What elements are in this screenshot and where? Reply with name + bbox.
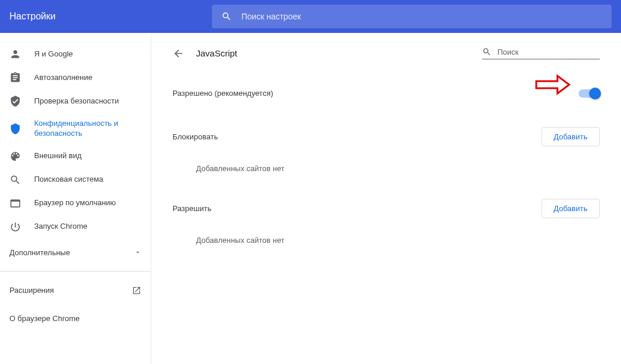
sidebar-item-label: Я и Google	[34, 49, 73, 59]
page-search-input[interactable]	[497, 48, 600, 56]
external-link-icon	[132, 286, 141, 295]
search-icon	[9, 174, 21, 186]
about-label: О браузере Chrome	[9, 314, 79, 323]
page-header: JavaScript	[172, 47, 600, 59]
settings-search-box[interactable]	[212, 5, 612, 28]
divider	[0, 271, 151, 272]
sidebar-item-label: Конфиденциальность и безопасность	[34, 119, 141, 139]
advanced-toggle[interactable]: Дополнительные	[0, 239, 151, 266]
page-search-box[interactable]	[482, 47, 600, 59]
sidebar-item-label: Автозаполнение	[34, 73, 92, 83]
sidebar-item-label: Внешний вид	[34, 151, 82, 161]
extensions-link[interactable]: Расширения	[0, 276, 151, 305]
allowed-label: Разрешено (рекомендуется)	[172, 89, 273, 98]
page-title: JavaScript	[196, 48, 482, 58]
shield-check-icon	[9, 95, 21, 107]
toggle-knob	[589, 88, 601, 99]
block-section: Блокировать Добавить Добавленных сайтов …	[172, 127, 600, 181]
sidebar-item-startup[interactable]: Запуск Chrome	[0, 215, 151, 239]
person-icon	[9, 48, 21, 60]
settings-title: Настройки	[9, 11, 212, 22]
sidebar-item-appearance[interactable]: Внешний вид	[0, 145, 151, 168]
search-icon	[482, 47, 492, 56]
sidebar-item-label: Проверка безопасности	[34, 96, 119, 106]
about-chrome-link[interactable]: О браузере Chrome	[0, 305, 151, 332]
shield-icon	[9, 123, 21, 135]
back-button[interactable]	[172, 48, 184, 59]
block-add-button[interactable]: Добавить	[542, 127, 600, 146]
sidebar: Я и Google Автозаполнение Проверка безоп…	[0, 33, 151, 364]
annotation-arrow	[535, 74, 572, 96]
allowed-setting-row: Разрешено (рекомендуется)	[172, 77, 600, 109]
block-empty-message: Добавленных сайтов нет	[172, 156, 600, 181]
sidebar-item-default-browser[interactable]: Браузер по умолчанию	[0, 192, 151, 215]
extensions-label: Расширения	[9, 286, 54, 295]
sidebar-item-label: Поисковая система	[34, 175, 104, 185]
allow-title: Разрешить	[172, 204, 211, 213]
sidebar-item-label: Браузер по умолчанию	[34, 198, 116, 208]
settings-search-input[interactable]	[241, 12, 602, 21]
advanced-label: Дополнительные	[9, 248, 70, 257]
palette-icon	[9, 151, 21, 162]
allow-add-button[interactable]: Добавить	[542, 199, 600, 218]
autofill-icon	[9, 72, 21, 84]
block-title: Блокировать	[172, 132, 218, 141]
allow-section: Разрешить Добавить Добавленных сайтов не…	[172, 199, 600, 253]
sidebar-item-search-engine[interactable]: Поисковая система	[0, 168, 151, 192]
search-icon	[221, 11, 232, 22]
main-content: JavaScript Разрешено (рекомендуется) Бло…	[151, 33, 621, 364]
sidebar-item-label: Запуск Chrome	[34, 222, 88, 232]
sidebar-item-autofill[interactable]: Автозаполнение	[0, 66, 151, 89]
sidebar-item-safety-check[interactable]: Проверка безопасности	[0, 89, 151, 113]
chevron-down-icon	[134, 249, 141, 256]
javascript-toggle[interactable]	[579, 89, 600, 98]
browser-icon	[9, 198, 21, 209]
app-header: Настройки	[0, 0, 621, 33]
arrow-left-icon	[172, 48, 184, 59]
power-icon	[9, 221, 21, 233]
allow-empty-message: Добавленных сайтов нет	[172, 228, 600, 253]
sidebar-item-privacy-security[interactable]: Конфиденциальность и безопасность	[0, 113, 151, 145]
sidebar-item-me-and-google[interactable]: Я и Google	[0, 42, 151, 66]
